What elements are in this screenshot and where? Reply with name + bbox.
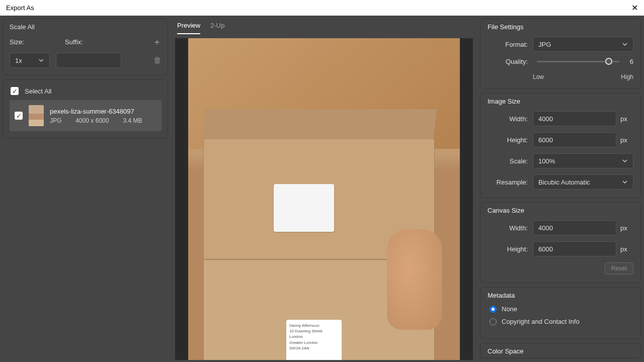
metadata-none-option[interactable]: None — [488, 305, 633, 313]
preview-viewport[interactable]: Danny Afternoon 10 Downing Street London… — [175, 38, 473, 360]
width-label: Width: — [488, 115, 528, 123]
preview-tabs: Preview 2-Up — [171, 18, 477, 34]
tab-preview[interactable]: Preview — [177, 22, 200, 34]
canvas-height-unit: px — [620, 245, 633, 253]
quality-low-label: Low — [533, 73, 544, 80]
radio-on-icon — [490, 306, 497, 313]
tab-two-up[interactable]: 2-Up — [210, 22, 224, 34]
image-size-panel: Image Size Width: 4000 px Height: 6000 p… — [480, 93, 641, 198]
canvas-height-input[interactable]: 6000 — [533, 241, 616, 256]
file-settings-panel: File Settings Format: JPG Quality: 6 Low… — [480, 19, 641, 89]
canvas-width-label: Width: — [488, 224, 528, 232]
scale-all-title: Scale All — [10, 23, 162, 31]
resample-label: Resample: — [488, 178, 528, 186]
asset-filesize: 3.4 MB — [123, 117, 142, 124]
color-space-title: Color Space — [488, 347, 633, 355]
metadata-title: Metadata — [488, 292, 633, 299]
asset-dimensions: 4000 x 6000 — [75, 117, 109, 124]
chevron-down-icon — [622, 41, 628, 47]
preview-image: Danny Afternoon 10 Downing Street London… — [188, 38, 460, 360]
metadata-panel: Metadata None Copyright and Contact Info — [480, 287, 641, 339]
quality-value: 6 — [623, 58, 633, 65]
metadata-copyright-option[interactable]: Copyright and Contact Info — [488, 318, 633, 325]
height-unit: px — [620, 136, 633, 144]
radio-off-icon — [490, 318, 497, 325]
canvas-width-input[interactable]: 4000 — [533, 220, 616, 235]
canvas-size-title: Canvas Size — [488, 207, 633, 214]
quality-slider[interactable] — [537, 61, 619, 62]
chevron-down-icon — [622, 179, 628, 185]
title-bar: Export As ✕ — [0, 0, 644, 16]
resample-value: Bicubic Automatic — [538, 178, 590, 186]
close-icon[interactable]: ✕ — [631, 3, 638, 13]
trash-icon[interactable]: 🗑 — [153, 56, 162, 65]
select-all-checkbox[interactable]: ✓ — [11, 87, 19, 95]
suffix-label: Suffix: — [65, 38, 100, 46]
asset-item[interactable]: ✓ pexels-liza-summer-6348097 JPG 4000 x … — [10, 100, 162, 131]
chevron-down-icon — [622, 158, 628, 164]
chevron-down-icon — [38, 57, 44, 63]
metadata-copyright-label: Copyright and Contact Info — [502, 318, 580, 325]
reset-button[interactable]: Reset — [605, 262, 633, 275]
asset-thumbnail — [29, 105, 44, 126]
width-unit: px — [620, 115, 633, 123]
scale-value: 100% — [538, 157, 555, 165]
canvas-size-panel: Canvas Size Width: 4000 px Height: 6000 … — [480, 202, 641, 283]
left-pane: Scale All Size: Suffix: ＋ 1x 🗑 ✓ Select … — [0, 16, 171, 362]
scale-all-panel: Scale All Size: Suffix: ＋ 1x 🗑 — [3, 19, 168, 75]
format-dropdown[interactable]: JPG — [533, 37, 633, 52]
quality-label: Quality: — [488, 58, 528, 65]
select-all-label: Select All — [25, 87, 51, 95]
center-pane: Preview 2-Up Danny Afternoon 10 Downing … — [171, 16, 477, 362]
resample-dropdown[interactable]: Bicubic Automatic — [533, 174, 633, 190]
format-label: Format: — [488, 41, 528, 48]
quality-slider-thumb[interactable] — [605, 58, 612, 65]
format-value: JPG — [538, 41, 551, 48]
asset-format: JPG — [50, 117, 61, 124]
scale-label: Scale: — [488, 157, 528, 165]
size-label: Size: — [10, 38, 45, 46]
image-size-title: Image Size — [488, 98, 633, 105]
metadata-none-label: None — [502, 305, 517, 313]
scale-dropdown[interactable]: 100% — [533, 153, 633, 168]
canvas-height-label: Height: — [488, 245, 528, 253]
width-input[interactable]: 4000 — [533, 111, 616, 126]
add-size-icon[interactable]: ＋ — [152, 36, 162, 48]
asset-checkbox[interactable]: ✓ — [15, 112, 23, 120]
asset-name: pexels-liza-summer-6348097 — [50, 108, 156, 115]
quality-high-label: High — [621, 73, 633, 80]
height-input[interactable]: 6000 — [533, 132, 616, 147]
right-pane: File Settings Format: JPG Quality: 6 Low… — [477, 16, 644, 362]
window-title: Export As — [6, 4, 34, 12]
size-dropdown[interactable]: 1x — [10, 53, 50, 68]
canvas-width-unit: px — [620, 224, 633, 232]
asset-list-panel: ✓ Select All ✓ pexels-liza-summer-634809… — [3, 79, 168, 139]
height-label: Height: — [488, 136, 528, 144]
suffix-input[interactable] — [56, 53, 121, 68]
file-settings-title: File Settings — [488, 23, 633, 31]
size-value: 1x — [15, 57, 22, 64]
color-space-panel: Color Space — [480, 343, 641, 358]
